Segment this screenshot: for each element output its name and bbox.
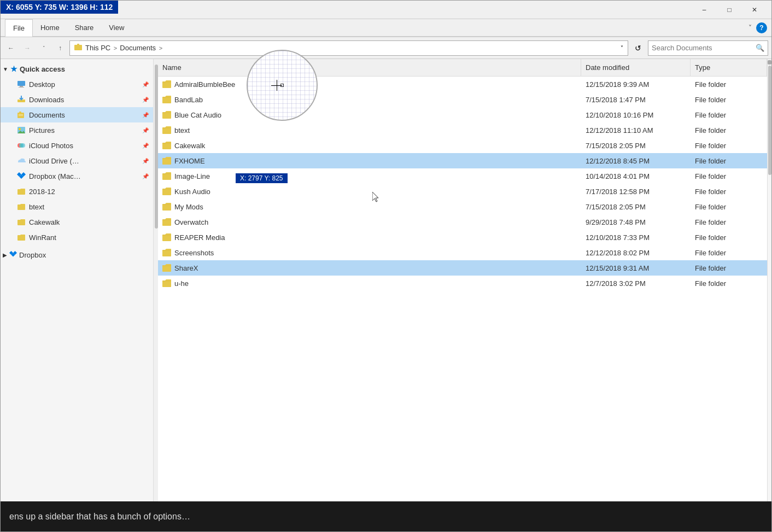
file-type: File folder — [691, 233, 767, 242]
file-type: File folder — [691, 279, 767, 288]
forward-button[interactable]: → — [20, 41, 34, 55]
file-type: File folder — [691, 142, 767, 150]
folder-icon — [162, 157, 171, 165]
file-name-cell: Screenshots — [158, 249, 581, 257]
dropdown-button[interactable]: ˅ — [37, 41, 51, 55]
sidebar-item-icloud-drive[interactable]: iCloud Drive (… 📌 — [1, 153, 153, 168]
svg-rect-16 — [19, 115, 23, 116]
table-row[interactable]: Blue Cat Audio 12/10/2018 10:16 PM File … — [158, 107, 767, 122]
table-row[interactable]: Overwatch 9/29/2018 7:48 PM File folder — [158, 214, 767, 230]
sidebar-item-desktop[interactable]: Desktop 📌 — [1, 77, 153, 92]
file-name: btext — [174, 126, 190, 135]
col-header-type[interactable]: Type — [691, 59, 767, 77]
table-row[interactable]: u-he 12/7/2018 3:02 PM File folder — [158, 276, 767, 291]
tab-file[interactable]: File — [5, 19, 33, 37]
sidebar-item-downloads[interactable]: Downloads 📌 — [1, 92, 153, 107]
sidebar-item-btext[interactable]: btext — [1, 199, 153, 214]
sidebar: ▼ ★ Quick access Desktop 📌 — [1, 59, 154, 515]
file-name-cell: Overwatch — [158, 218, 581, 226]
tab-view[interactable]: View — [101, 19, 132, 37]
sidebar-item-dropbox-mac[interactable]: Dropbox (Mac… 📌 — [1, 168, 153, 184]
pin-icon-desktop: 📌 — [142, 81, 149, 87]
address-input[interactable]: This PC > Documents > ˅ — [69, 40, 628, 56]
folder-icon — [162, 142, 171, 149]
file-name: Screenshots — [174, 249, 214, 257]
file-date: 12/7/2018 3:02 PM — [581, 279, 691, 288]
breadcrumb-sep2: > — [159, 45, 162, 51]
pin-icon-dropbox-mac: 📌 — [142, 173, 149, 179]
coord-tooltip: X: 6055 Y: 735 W: 1396 H: 112 — [1, 1, 118, 14]
col-header-name[interactable]: Name — [158, 59, 581, 77]
folder-icon — [162, 172, 171, 180]
file-type: File folder — [691, 188, 767, 196]
svg-rect-15 — [19, 114, 23, 115]
dropbox-section-header[interactable]: ▶ Dropbox — [1, 247, 153, 262]
pin-icon-icloud-drive: 📌 — [142, 158, 149, 164]
file-name: Overwatch — [174, 218, 208, 226]
ribbon: File Home Share View ˅ ? — [1, 19, 771, 37]
file-type: File folder — [691, 126, 767, 135]
address-dropdown-arrow[interactable]: ˅ — [621, 45, 623, 51]
sidebar-item-documents[interactable]: Documents 📌 — [1, 107, 153, 122]
file-scrollbar-thumb[interactable] — [768, 66, 771, 175]
table-row[interactable]: REAPER Media 12/10/2018 7:33 PM File fol… — [158, 230, 767, 245]
table-row[interactable]: btext 12/12/2018 11:10 AM File folder — [158, 122, 767, 138]
minimize-button[interactable]: – — [692, 1, 717, 19]
sidebar-item-icloud-photos[interactable]: iCloud Photos 📌 — [1, 138, 153, 153]
table-row[interactable]: FXHOME 12/12/2018 8:45 PM File folder — [158, 153, 767, 168]
sidebar-item-cakewalk[interactable]: Cakewalk — [1, 214, 153, 230]
sidebar-item-pictures[interactable]: Pictures 📌 — [1, 122, 153, 138]
table-row[interactable]: ShareX 12/15/2018 9:31 AM File folder — [158, 260, 767, 276]
table-row[interactable]: AdmiralBumbleBee 12/15/2018 9:39 AM File… — [158, 77, 767, 92]
close-button[interactable]: ✕ — [742, 1, 767, 19]
icloud-photos-icon — [16, 140, 27, 151]
tab-home[interactable]: Home — [33, 19, 67, 37]
file-date: 12/12/2018 8:45 PM — [581, 157, 691, 165]
breadcrumb-documents[interactable]: Documents — [120, 44, 156, 52]
sidebar-label-winrant: WinRant — [29, 233, 56, 242]
sidebar-item-winrant[interactable]: WinRant — [1, 230, 153, 245]
file-name-cell: btext — [158, 126, 581, 135]
table-row[interactable]: BandLab 7/15/2018 1:47 PM File folder — [158, 92, 767, 107]
svg-rect-12 — [21, 96, 22, 99]
svg-point-22 — [21, 143, 25, 148]
table-row[interactable]: Image-Line 10/14/2018 4:01 PM File folde… — [158, 168, 767, 184]
file-name-cell: Blue Cat Audio — [158, 111, 581, 119]
sidebar-scrollbar[interactable] — [154, 59, 158, 515]
col-header-date[interactable]: Date modified — [581, 59, 691, 77]
file-list-scrollbar[interactable] — [767, 59, 771, 515]
breadcrumb-thispc[interactable]: This PC — [85, 44, 110, 52]
sidebar-item-2018-12[interactable]: 2018-12 — [1, 184, 153, 199]
quick-access-header[interactable]: ▼ ★ Quick access — [1, 61, 153, 77]
back-button[interactable]: ← — [4, 41, 18, 55]
help-button[interactable]: ? — [756, 22, 767, 33]
svg-rect-9 — [19, 87, 24, 87]
window-title: Documents — [43, 5, 692, 14]
file-name: AdmiralBumbleBee — [174, 80, 235, 89]
file-name: FXHOME — [174, 157, 205, 165]
folder-icon — [162, 218, 171, 226]
search-input[interactable] — [652, 44, 756, 52]
sidebar-label-icloud-drive: iCloud Drive (… — [29, 157, 79, 165]
table-row[interactable]: Cakewalk 7/15/2018 2:05 PM File folder — [158, 138, 767, 153]
table-row[interactable]: My Mods 7/15/2018 2:05 PM File folder — [158, 199, 767, 214]
pin-icon-downloads: 📌 — [142, 97, 149, 103]
bottom-overlay: ens up a sidebar that has a bunch of opt… — [1, 501, 771, 531]
table-row[interactable]: Kush Audio 7/17/2018 12:58 PM File folde… — [158, 184, 767, 199]
sidebar-label-cakewalk: Cakewalk — [29, 218, 60, 226]
file-name-cell: Image-Line — [158, 172, 581, 180]
refresh-button[interactable]: ↺ — [630, 40, 646, 56]
restore-button[interactable]: □ — [717, 1, 742, 19]
file-type: File folder — [691, 264, 767, 272]
address-bar: ← → ˅ ↑ This PC > Documents > ˅ ↺ 🔍 — [1, 37, 771, 59]
main-area: ▼ ★ Quick access Desktop 📌 — [1, 59, 771, 515]
file-type: File folder — [691, 96, 767, 104]
tab-share[interactable]: Share — [67, 19, 102, 37]
ribbon-chevron[interactable]: ˅ — [748, 24, 752, 32]
svg-rect-14 — [19, 112, 21, 113]
folder-icon-2018 — [16, 186, 27, 197]
table-row[interactable]: Screenshots 12/12/2018 8:02 PM File fold… — [158, 245, 767, 260]
file-scrollbar-up[interactable] — [768, 60, 771, 65]
search-box[interactable]: 🔍 — [648, 40, 768, 56]
up-button[interactable]: ↑ — [53, 41, 67, 55]
